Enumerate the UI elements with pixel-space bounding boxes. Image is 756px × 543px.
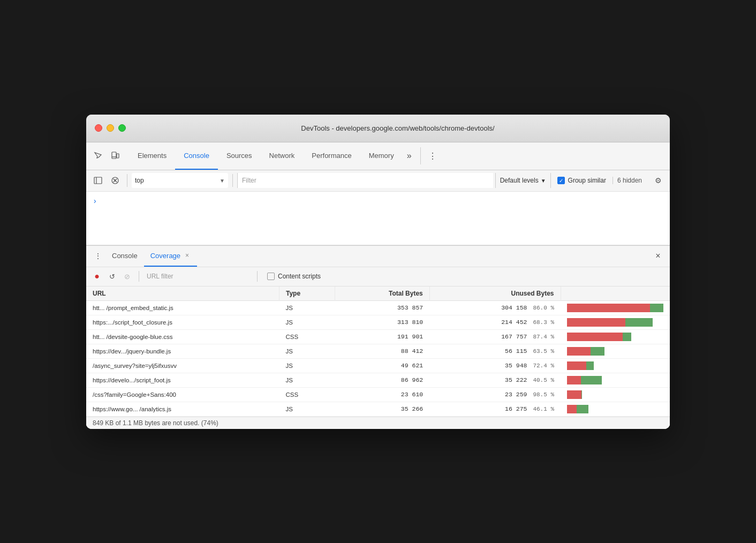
bar-used [567, 405, 577, 413]
coverage-stop-button[interactable]: ⊘ [120, 270, 133, 283]
table-row[interactable]: htt... /devsite-google-blue.css CSS 191 … [86, 329, 670, 344]
tab-performance[interactable]: Performance [303, 142, 360, 170]
hidden-count-badge: 6 hidden [613, 177, 646, 184]
tab-network[interactable]: Network [261, 142, 304, 170]
cell-bar [561, 344, 670, 358]
bottom-tab-console[interactable]: Console [105, 245, 144, 267]
bottom-panel-close-button[interactable]: × [651, 248, 666, 263]
console-settings-button[interactable]: ⚙ [651, 173, 666, 188]
cell-type: CSS [279, 387, 335, 402]
cov-separator-1 [139, 271, 139, 282]
bar-used [567, 333, 623, 341]
group-similar-checkbox[interactable]: ✓ [557, 177, 565, 184]
table-row[interactable]: /async_survey?site=ylj5ifxusvv JS 49 621… [86, 358, 670, 373]
coverage-toolbar: ● ↺ ⊘ Content scripts [86, 267, 670, 286]
table-row[interactable]: https:.../script_foot_closure.js JS 313 … [86, 315, 670, 329]
table-row[interactable]: https://develo.../script_foot.js JS 86 9… [86, 373, 670, 387]
table-row[interactable]: https://dev.../jquery-bundle.js JS 88 41… [86, 344, 670, 358]
cell-bar [561, 300, 670, 315]
close-button[interactable] [95, 124, 102, 132]
maximize-button[interactable] [118, 124, 126, 132]
coverage-tab-close[interactable]: × [184, 251, 191, 260]
content-scripts-checkbox[interactable] [267, 273, 275, 280]
bar-unused [581, 376, 602, 384]
col-header-unused-bytes: Unused Bytes [429, 286, 561, 301]
content-scripts-label[interactable]: Content scripts [267, 273, 321, 280]
cell-bar [561, 387, 670, 402]
cell-type: JS [279, 358, 335, 373]
main-tab-bar: Elements Console Sources Network Perform… [86, 142, 670, 170]
coverage-record-button[interactable]: ● [90, 270, 103, 283]
cell-total-bytes: 49 621 [335, 358, 429, 373]
tab-separator [420, 147, 421, 164]
col-header-url: URL [86, 286, 279, 301]
tab-console[interactable]: Console [175, 142, 218, 170]
cell-total-bytes: 23 610 [335, 387, 429, 402]
cell-total-bytes: 313 810 [335, 315, 429, 329]
cell-unused-bytes: 35 948 72.4 % [429, 358, 561, 373]
col-header-type: Type [279, 286, 335, 301]
minimize-button[interactable] [107, 124, 114, 132]
cell-unused-bytes: 167 757 87.4 % [429, 329, 561, 344]
bar-unused [625, 318, 653, 327]
cell-unused-bytes: 23 259 98.5 % [429, 387, 561, 402]
bar-used [567, 304, 650, 312]
tab-overflow-button[interactable]: » [403, 142, 416, 170]
console-filter-input[interactable] [237, 173, 493, 188]
tab-bar-icons [90, 148, 123, 163]
coverage-table-container: URL Type Total Bytes Unused Bytes htt...… [86, 286, 670, 417]
cell-type: JS [279, 402, 335, 416]
group-similar-checkbox-label[interactable]: ✓ Group similar [553, 177, 610, 184]
console-prompt-arrow[interactable]: › [93, 197, 97, 206]
devtools-container: Elements Console Sources Network Perform… [86, 142, 670, 429]
device-icon[interactable] [108, 148, 123, 163]
bottom-tab-bar: ⋮ Console Coverage × × [86, 246, 670, 267]
coverage-status-bar: 849 KB of 1.1 MB bytes are not used. (74… [86, 417, 670, 429]
bar-unused [586, 361, 594, 370]
devtools-window: DevTools - developers.google.com/web/too… [86, 115, 670, 429]
svg-rect-1 [117, 154, 119, 158]
cell-url: htt... /prompt_embed_static.js [86, 300, 279, 315]
title-bar: DevTools - developers.google.com/web/too… [86, 115, 670, 142]
coverage-reload-button[interactable]: ↺ [105, 270, 118, 283]
bar-unused [650, 304, 663, 312]
bar-unused [591, 347, 604, 356]
default-levels-button[interactable]: Default levels ▼ [495, 173, 551, 188]
context-selector[interactable]: top ▼ [132, 173, 228, 188]
traffic-lights [95, 124, 126, 132]
show-console-sidebar-button[interactable] [90, 173, 105, 188]
svg-rect-0 [112, 152, 116, 159]
inspect-icon[interactable] [90, 148, 105, 163]
table-row[interactable]: /css?family=Google+Sans:400 CSS 23 610 2… [86, 387, 670, 402]
clear-console-button[interactable] [108, 173, 123, 188]
tab-sources[interactable]: Sources [218, 142, 261, 170]
bottom-tab-coverage[interactable]: Coverage × [144, 245, 197, 267]
console-output-area: › [86, 192, 670, 245]
cell-url: htt... /devsite-google-blue.css [86, 329, 279, 344]
table-row[interactable]: https://www.go... /analytics.js JS 35 26… [86, 402, 670, 416]
coverage-table-header: URL Type Total Bytes Unused Bytes [86, 286, 670, 301]
tab-memory[interactable]: Memory [360, 142, 403, 170]
cell-type: JS [279, 373, 335, 387]
cell-unused-bytes: 56 115 63.5 % [429, 344, 561, 358]
cell-bar [561, 315, 670, 329]
cell-total-bytes: 88 412 [335, 344, 429, 358]
toolbar-separator-2 [232, 174, 233, 187]
toolbar-separator-1 [127, 174, 127, 187]
cell-total-bytes: 35 266 [335, 402, 429, 416]
bar-used [567, 376, 581, 384]
cell-url: https://www.go... /analytics.js [86, 402, 279, 416]
devtools-more-menu[interactable]: ⋮ [425, 148, 440, 163]
console-toolbar: top ▼ Default levels ▼ ✓ Group similar 6… [86, 170, 670, 192]
bar-unused [581, 390, 582, 399]
table-row[interactable]: htt... /prompt_embed_static.js JS 353 85… [86, 300, 670, 315]
bar-used [567, 361, 586, 370]
tab-elements[interactable]: Elements [129, 142, 175, 170]
bottom-panel: ⋮ Console Coverage × × ● ↺ ⊘ [86, 245, 670, 429]
col-header-total-bytes: Total Bytes [335, 286, 429, 301]
cell-type: JS [279, 344, 335, 358]
cell-unused-bytes: 214 452 68.3 % [429, 315, 561, 329]
bottom-panel-more-menu[interactable]: ⋮ [90, 245, 105, 267]
coverage-url-filter-input[interactable] [145, 272, 252, 281]
cell-unused-bytes: 35 222 40.5 % [429, 373, 561, 387]
